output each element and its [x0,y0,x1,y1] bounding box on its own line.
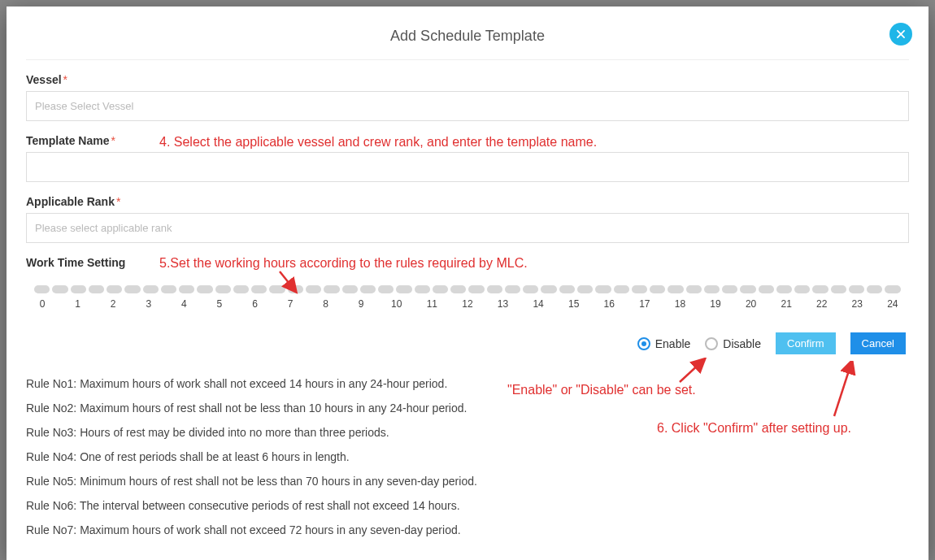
applicable-rank-label: Applicable Rank* [26,195,909,208]
close-icon [895,28,907,40]
rule-text: Rule No5: Minimum hours of rest shall no… [26,475,909,488]
hour-label: 24 [885,298,901,310]
timeline-segment[interactable] [559,285,575,293]
timeline-segment[interactable] [849,285,864,293]
rule-text: Rule No1: Maximum hours of work shall no… [26,377,909,390]
timeline-segment[interactable] [541,285,556,293]
timeline-segment[interactable] [269,285,285,293]
hour-label: 5 [211,298,228,310]
timeline-segment[interactable] [523,285,538,293]
mlc-rules-list: Rule No1: Maximum hours of work shall no… [26,377,909,536]
timeline-segment[interactable] [396,285,411,293]
timeline-track[interactable] [34,285,901,293]
timeline-segment[interactable] [89,285,104,293]
rule-text: Rule No6: The interval between consecuti… [26,499,909,512]
timeline-segment[interactable] [306,285,321,293]
hour-label: 4 [176,298,192,310]
rule-text: Rule No4: One of rest periods shall be a… [26,450,909,463]
timeline-segment[interactable] [34,285,50,293]
timeline-segment[interactable] [179,285,194,293]
timeline-segment[interactable] [360,285,376,293]
timeline-segment[interactable] [468,285,484,293]
timeline-segment[interactable] [124,285,140,293]
timeline-segment[interactable] [197,285,212,293]
radio-dot-icon [637,337,650,350]
vessel-select[interactable]: Please Select Vessel [26,91,909,121]
hour-label: 12 [459,298,476,310]
hour-label: 9 [353,298,369,310]
radio-dot-icon [705,337,718,350]
close-button[interactable] [889,23,912,46]
timeline-segment[interactable] [632,285,647,293]
template-name-input[interactable] [26,152,909,182]
timeline-hour-labels: 0123456789101112131415161718192021222324 [34,298,901,310]
timeline-segment[interactable] [251,285,267,293]
timeline-segment[interactable] [668,285,683,293]
hour-label: 22 [814,298,830,310]
cancel-button[interactable]: Cancel [850,332,906,354]
rule-text: Rule No2: Maximum hours of rest shall no… [26,402,909,415]
timeline-segment[interactable] [107,285,122,293]
required-asterisk: * [116,195,120,208]
timeline-segment[interactable] [595,285,611,293]
modal-title: Add Schedule Template [26,28,909,45]
actions-row: Enable Disable Confirm Cancel [26,332,906,354]
applicable-rank-select[interactable]: Please select applicable rank [26,213,909,243]
timeline-segment[interactable] [831,285,846,293]
timeline-segment[interactable] [324,285,339,293]
hour-label: 17 [637,298,653,310]
timeline-segment[interactable] [215,285,231,293]
confirm-button[interactable]: Confirm [776,332,836,354]
hour-label: 19 [707,298,724,310]
timeline-segment[interactable] [812,285,828,293]
hour-label: 21 [778,298,794,310]
hour-label: 13 [495,298,511,310]
timeline-segment[interactable] [143,285,159,293]
hour-label: 16 [601,298,617,310]
disable-radio[interactable]: Disable [705,337,761,350]
timeline-segment[interactable] [686,285,702,293]
hour-label: 18 [672,298,688,310]
timeline-segment[interactable] [776,285,792,293]
timeline-segment[interactable] [722,285,737,293]
enable-radio[interactable]: Enable [637,337,691,350]
disable-label: Disable [723,337,761,350]
timeline-segment[interactable] [577,285,593,293]
hour-label: 6 [246,298,263,310]
timeline-segment[interactable] [885,285,900,293]
timeline-segment[interactable] [450,285,466,293]
timeline-segment[interactable] [71,285,86,293]
timeline-segment[interactable] [415,285,430,293]
hour-label: 0 [34,298,50,310]
hour-label: 8 [318,298,334,310]
timeline-segment[interactable] [288,285,303,293]
timeline-segment[interactable] [433,285,448,293]
hour-label: 2 [105,298,121,310]
timeline-segment[interactable] [378,285,394,293]
timeline-segment[interactable] [759,285,774,293]
work-time-setting-label: Work Time Setting [26,256,909,269]
hour-label: 23 [849,298,865,310]
timeline-segment[interactable] [487,285,502,293]
hour-label: 1 [70,298,86,310]
timeline-segment[interactable] [740,285,755,293]
timeline-segment[interactable] [614,285,629,293]
add-schedule-template-modal: Add Schedule Template Vessel* Please Sel… [7,7,928,560]
timeline-segment[interactable] [867,285,882,293]
timeline-segment[interactable] [52,285,67,293]
hour-label: 11 [424,298,440,310]
timeline-segment[interactable] [704,285,720,293]
timeline-segment[interactable] [233,285,249,293]
work-time-timeline[interactable]: 0123456789101112131415161718192021222324 [26,277,909,313]
hour-label: 14 [530,298,546,310]
timeline-segment[interactable] [161,285,176,293]
timeline-segment[interactable] [505,285,520,293]
hour-label: 3 [141,298,157,310]
timeline-segment[interactable] [342,285,358,293]
hour-label: 7 [282,298,298,310]
hour-label: 15 [566,298,582,310]
rule-text: Rule No3: Hours of rest may be divided i… [26,426,909,439]
required-asterisk: * [63,73,67,86]
timeline-segment[interactable] [794,285,810,293]
timeline-segment[interactable] [650,285,665,293]
